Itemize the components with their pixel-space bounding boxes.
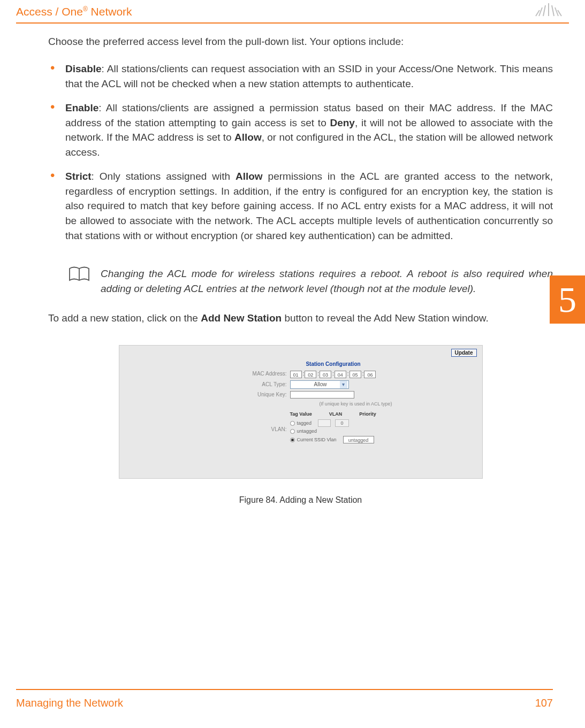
section-title: Station Configuration (245, 361, 422, 369)
brand-logo (534, 2, 564, 21)
mac-octet[interactable]: 06 (364, 371, 376, 378)
vlan-input[interactable] (318, 419, 331, 427)
unique-key-row: Unique Key: (245, 391, 422, 399)
title-prefix: Access / One (16, 5, 83, 18)
mac-octet[interactable]: 02 (305, 371, 316, 378)
field-label: MAC Address: (245, 370, 287, 378)
colon: : (362, 370, 364, 378)
radio-icon (290, 429, 295, 434)
bullet-text: : Only stations assigned with (92, 171, 235, 182)
svg-line-3 (539, 7, 542, 16)
footer-section: Managing the Network (16, 695, 123, 711)
field-label: Unique Key: (245, 391, 287, 399)
mac-octet[interactable]: 04 (335, 371, 346, 378)
option-label: tagged (297, 420, 312, 427)
field-label: VLAN: (245, 426, 287, 434)
vlan-row: VLAN: tagged 0 untagged (245, 419, 422, 445)
vlan-tagged-option[interactable]: tagged 0 (290, 419, 374, 427)
intro-text: Choose the preferred access level from t… (48, 34, 553, 49)
vlan-untagged-option[interactable]: untagged (290, 428, 374, 435)
hint-text: (If unique key is used in ACL type) (290, 401, 422, 408)
bullet-text: : All stations/clients can request assoc… (65, 63, 553, 89)
mac-octet[interactable]: 01 (290, 371, 302, 378)
figure: Update Station Configuration MAC Address… (48, 345, 553, 506)
bullet-label: Strict (65, 171, 92, 182)
radio-icon (290, 438, 295, 442)
svg-line-4 (555, 7, 558, 16)
field-label: ACL Type: (245, 381, 287, 389)
colon: : (317, 370, 319, 378)
current-vlan-value: untagged (343, 436, 374, 443)
table-header: Tag Value VLAN Priority (290, 411, 422, 418)
priority-select[interactable]: 0 (335, 419, 349, 427)
mac-address-row: MAC Address: 01 : 02 : 03 : 04 : 05 : 06 (245, 370, 422, 378)
inline-bold: Allow (235, 171, 263, 182)
th-tag: Tag Value (290, 411, 312, 418)
chapter-tab: 5 (550, 275, 585, 324)
option-label: Current SSID Vlan (297, 436, 337, 443)
colon: : (303, 370, 305, 378)
header-title: Access / One® Network (16, 4, 132, 20)
inline-bold: Deny (330, 117, 354, 128)
inline-bold: Allow (234, 132, 262, 143)
bullet-label: Enable (65, 102, 98, 113)
colon: : (332, 370, 334, 378)
list-item: Enable: All stations/clients are assigne… (65, 101, 553, 159)
mac-octet[interactable]: 05 (350, 371, 361, 378)
acl-type-row: ACL Type: Allow (245, 380, 422, 389)
station-config-panel: Update Station Configuration MAC Address… (119, 345, 483, 479)
text-part: To add a new station, click on the (48, 312, 201, 324)
th-vlan: VLAN (329, 411, 343, 418)
option-label: untagged (297, 428, 317, 435)
svg-line-2 (552, 5, 554, 16)
list-item: Strict: Only stations assigned with Allo… (65, 169, 553, 243)
unique-key-input[interactable] (290, 391, 354, 399)
colon: : (347, 370, 349, 378)
update-button[interactable]: Update (451, 349, 477, 357)
note-text: Changing the ACL mode for wireless stati… (101, 266, 553, 296)
divider (16, 22, 569, 24)
bullet-label: Disable (65, 63, 102, 74)
add-station-text: To add a new station, click on the Add N… (48, 311, 553, 326)
th-priority: Priority (359, 411, 376, 418)
figure-caption: Figure 84. Adding a New Station (48, 494, 553, 506)
page-footer: Managing the Network 107 (16, 689, 553, 711)
svg-line-1 (543, 5, 545, 16)
book-icon (69, 266, 90, 296)
option-list: Disable: All stations/clients can reques… (48, 62, 553, 243)
title-sup: ® (83, 5, 88, 13)
mac-octet[interactable]: 03 (320, 371, 331, 378)
acl-type-select[interactable]: Allow (290, 380, 349, 389)
title-suffix: Network (88, 5, 132, 18)
page-header: Access / One® Network (0, 0, 585, 22)
note-block: Changing the ACL mode for wireless stati… (48, 252, 553, 296)
divider (16, 689, 553, 690)
inline-bold: Add New Station (201, 312, 282, 324)
text-part: button to reveal the Add New Station win… (282, 312, 489, 324)
list-item: Disable: All stations/clients can reques… (65, 62, 553, 91)
vlan-current-ssid-option[interactable]: Current SSID Vlan untagged (290, 436, 374, 443)
radio-icon (290, 421, 295, 426)
page-number: 107 (535, 695, 553, 711)
